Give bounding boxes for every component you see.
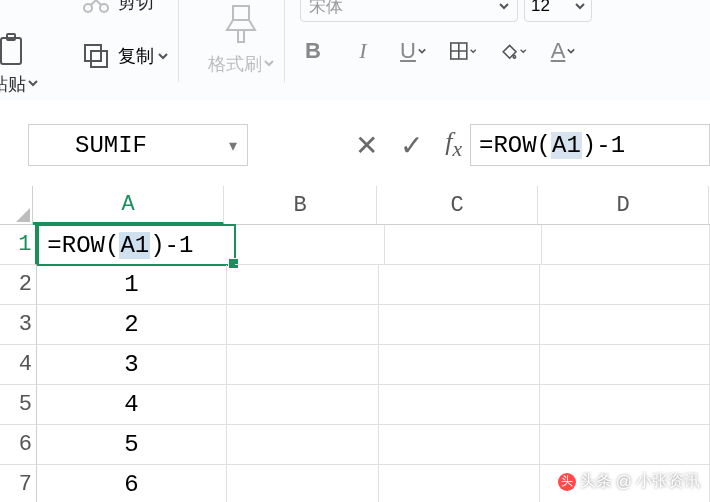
svg-rect-6 — [233, 6, 249, 20]
fill-color-button[interactable] — [500, 38, 526, 64]
formula-input[interactable]: =ROW(A1)-1 — [470, 124, 710, 166]
paste-button[interactable]: 粘贴 — [0, 32, 38, 96]
cell[interactable] — [379, 465, 539, 502]
column-header-b[interactable]: B — [224, 186, 377, 224]
cell[interactable] — [227, 385, 379, 425]
cell[interactable]: 2 — [37, 305, 227, 345]
column-header-a[interactable]: A — [33, 186, 224, 225]
chevron-down-icon: ▾ — [229, 136, 237, 155]
font-size-select[interactable]: 12 — [524, 0, 592, 22]
cut-label: 剪切 — [118, 0, 154, 14]
column-header-d[interactable]: D — [538, 186, 709, 224]
watermark-logo-icon: 头 — [558, 473, 576, 491]
name-box[interactable]: SUMIF ▾ — [28, 124, 248, 166]
row-header[interactable]: 7 — [0, 465, 37, 502]
cell[interactable] — [379, 425, 539, 465]
cell[interactable] — [542, 225, 710, 265]
svg-rect-2 — [1, 38, 21, 64]
formula-ref: A1 — [551, 132, 582, 159]
cell[interactable] — [379, 345, 539, 385]
ribbon-toolbar: 剪切 粘贴 复制 格式刷 宋体 12 B I U A — [0, 0, 710, 100]
formula-bar: SUMIF ▾ ✕ ✓ fx =ROW(A1)-1 — [0, 121, 710, 169]
chevron-down-icon — [575, 1, 585, 11]
scissors-icon — [82, 0, 110, 14]
cell[interactable] — [379, 305, 539, 345]
cell[interactable] — [540, 425, 710, 465]
font-color-button[interactable]: A — [550, 38, 576, 64]
column-headers: A B C D — [0, 186, 710, 225]
svg-point-0 — [84, 4, 92, 12]
cell[interactable] — [227, 465, 379, 502]
format-painter-label: 格式刷 — [208, 52, 262, 76]
row-header[interactable]: 3 — [0, 305, 37, 345]
chevron-down-icon — [520, 47, 526, 55]
row-header[interactable]: 1 — [0, 225, 38, 265]
borders-button[interactable] — [450, 38, 476, 64]
svg-rect-7 — [238, 30, 244, 42]
cut-button[interactable]: 剪切 — [82, 0, 154, 14]
formula-text-suffix: )-1 — [582, 132, 625, 159]
cell[interactable] — [540, 265, 710, 305]
font-name-select[interactable]: 宋体 — [300, 0, 518, 22]
table-row: 1=ROW(A1)-1 — [0, 225, 710, 265]
cell[interactable]: =ROW(A1)-1 — [37, 224, 235, 266]
copy-label: 复制 — [118, 44, 154, 68]
table-row: 32 — [0, 305, 710, 345]
cell[interactable] — [227, 265, 379, 305]
cancel-icon[interactable]: ✕ — [355, 129, 378, 162]
paste-icon — [0, 32, 33, 70]
cell[interactable] — [227, 305, 379, 345]
cell[interactable] — [540, 385, 710, 425]
cell[interactable] — [235, 225, 385, 265]
brush-icon — [223, 0, 259, 50]
formula-text-prefix: =ROW( — [479, 132, 551, 159]
table-row: 43 — [0, 345, 710, 385]
cell[interactable] — [227, 345, 379, 385]
cell[interactable]: 5 — [37, 425, 227, 465]
accept-icon[interactable]: ✓ — [400, 129, 423, 162]
row-header[interactable]: 4 — [0, 345, 37, 385]
column-header-c[interactable]: C — [377, 186, 538, 224]
cell[interactable]: 4 — [37, 385, 227, 425]
cell[interactable] — [540, 305, 710, 345]
cell[interactable] — [379, 385, 539, 425]
underline-button[interactable]: U — [400, 38, 426, 64]
cell[interactable] — [227, 425, 379, 465]
separator — [284, 0, 285, 82]
watermark-at: @ — [616, 473, 632, 491]
rows: 1=ROW(A1)-1213243546576 — [0, 225, 710, 502]
cell[interactable] — [385, 225, 543, 265]
copy-icon — [82, 42, 110, 70]
format-painter-button[interactable]: 格式刷 — [208, 0, 274, 76]
svg-rect-5 — [91, 51, 107, 67]
watermark: 头 头条 @ 小张资讯 — [558, 471, 700, 492]
font-style-controls: B I U A — [300, 38, 576, 64]
font-controls: 宋体 12 — [300, 0, 592, 22]
copy-button[interactable]: 复制 — [82, 42, 168, 70]
separator — [178, 0, 179, 82]
table-row: 21 — [0, 265, 710, 305]
chevron-down-icon — [418, 47, 426, 55]
cell[interactable] — [540, 345, 710, 385]
watermark-prefix: 头条 — [580, 471, 612, 492]
spreadsheet-grid: A B C D 1=ROW(A1)-1213243546576 — [0, 186, 710, 502]
table-row: 54 — [0, 385, 710, 425]
row-header[interactable]: 2 — [0, 265, 37, 305]
font-size-value: 12 — [531, 0, 550, 16]
svg-rect-4 — [85, 45, 101, 61]
chevron-down-icon — [567, 47, 575, 55]
row-header[interactable]: 5 — [0, 385, 37, 425]
cell[interactable] — [379, 265, 539, 305]
italic-button[interactable]: I — [350, 38, 376, 64]
formula-controls: ✕ ✓ fx — [355, 127, 462, 162]
cell[interactable]: 6 — [37, 465, 227, 502]
select-all-corner[interactable] — [0, 186, 33, 224]
bold-button[interactable]: B — [300, 38, 326, 64]
chevron-down-icon — [499, 1, 509, 11]
fx-icon[interactable]: fx — [445, 127, 462, 162]
paste-label: 粘贴 — [0, 72, 26, 96]
row-header[interactable]: 6 — [0, 425, 37, 465]
svg-point-1 — [100, 4, 108, 12]
cell[interactable]: 1 — [37, 265, 227, 305]
cell[interactable]: 3 — [37, 345, 227, 385]
